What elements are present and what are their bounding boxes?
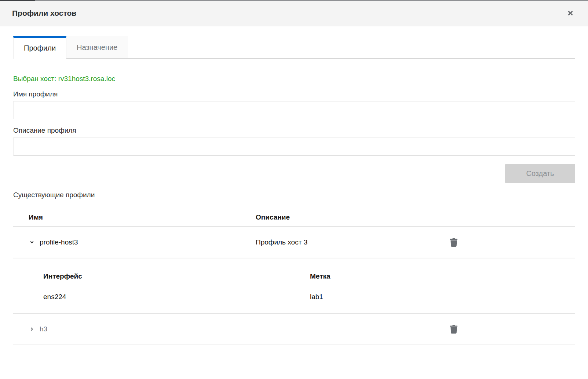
expand-toggle-button[interactable]	[29, 326, 35, 332]
profile-description: Профиль хост 3	[256, 238, 432, 246]
delete-profile-button[interactable]	[449, 324, 458, 334]
profile-name-label: Имя профиля	[13, 90, 575, 98]
table-row-h3: h3	[13, 314, 575, 345]
chevron-down-icon	[29, 240, 34, 246]
top-scroll-thumb	[0, 0, 35, 1]
details-header-row: Интерфейс Метка	[43, 272, 575, 280]
create-button[interactable]: Создать	[505, 164, 575, 183]
modal-header: Профили хостов	[0, 0, 588, 26]
table-row-profile-host3: profile-host3 Профиль хост 3	[13, 227, 575, 258]
modal-title: Профили хостов	[12, 9, 76, 18]
top-scroll-strip	[0, 0, 588, 1]
details-data-row: ens224 lab1	[43, 293, 575, 301]
column-header-description: Описание	[256, 213, 432, 221]
create-button-row: Создать	[13, 164, 575, 183]
trash-icon	[450, 242, 457, 248]
profile-name-input[interactable]	[13, 101, 575, 119]
tab-profiles[interactable]: Профили	[13, 36, 66, 59]
column-header-name: Имя	[13, 213, 256, 221]
modal-body: Профили Назначение Выбран хост: rv31host…	[0, 36, 588, 345]
close-icon	[567, 12, 574, 18]
tab-bar: Профили Назначение	[13, 36, 575, 59]
profiles-table-header: Имя Описание	[13, 209, 575, 227]
column-header-interface: Интерфейс	[43, 272, 310, 280]
selected-host-text: Выбран хост: rv31host3.rosa.loc	[13, 75, 575, 83]
profile-description-input[interactable]	[13, 137, 575, 155]
existing-profiles-title: Существующие профили	[13, 191, 575, 199]
column-header-label: Метка	[310, 272, 575, 280]
expand-toggle-button[interactable]	[29, 239, 35, 246]
profile-name: h3	[40, 325, 47, 333]
label-value: lab1	[310, 293, 575, 301]
profile-name: profile-host3	[40, 238, 78, 246]
profile-details-panel: Интерфейс Метка ens224 lab1	[13, 258, 575, 314]
close-button[interactable]	[566, 8, 575, 18]
chevron-right-icon	[29, 327, 34, 333]
tab-assignment[interactable]: Назначение	[66, 36, 128, 58]
interface-value: ens224	[43, 293, 310, 301]
delete-profile-button[interactable]	[449, 238, 458, 247]
profiles-table: Имя Описание profile-host3 Профиль хост …	[13, 209, 575, 345]
trash-icon	[450, 329, 457, 335]
profile-description-label: Описание профиля	[13, 126, 575, 135]
